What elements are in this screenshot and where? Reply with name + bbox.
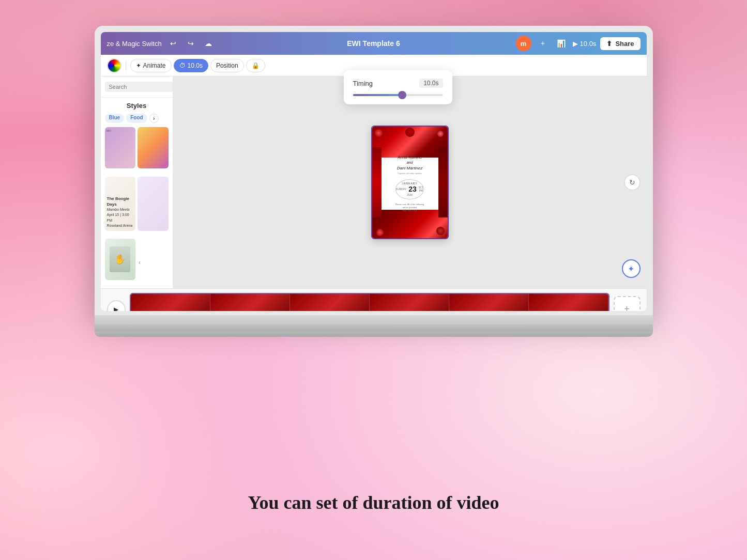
laptop-container: ze & Magic Switch ↩ ↪ ☁ EWI Template 6 m… (95, 26, 653, 337)
card-roses-right (438, 147, 448, 217)
timeline: ▶ 10.0s + (101, 288, 647, 311)
sidebar-templates: ian The Boogie DaysMambo MeetsApril 15 |… (101, 125, 173, 288)
clock-icon: ⏱ (179, 62, 186, 69)
clip-thumbnails (131, 294, 608, 312)
rose-petal (375, 129, 383, 137)
timing-slider-fill (353, 94, 403, 96)
rose-petal (405, 128, 415, 137)
clip-thumb-5 (449, 294, 529, 312)
timeline-track: 10.0s (130, 293, 609, 312)
clip-thumb-6 (529, 294, 608, 312)
clip-thumb-4 (370, 294, 449, 312)
card-roses-bottom (372, 210, 448, 238)
canvas-area: Anna KatrinaandDani Martinez Together wi… (173, 76, 647, 288)
laptop-foot (95, 332, 653, 337)
laptop-screen: ze & Magic Switch ↩ ↪ ☁ EWI Template 6 m… (101, 32, 647, 311)
animate-button[interactable]: ✦ Animate (130, 59, 172, 72)
card-day-number: 23 (408, 185, 417, 193)
template-item[interactable] (138, 177, 169, 231)
template-hand-icon: ✋ (105, 239, 136, 280)
template-item[interactable]: ian (105, 127, 136, 168)
boogie-days-text: The Boogie DaysMambo MeetsApril 15 | 3:0… (107, 196, 134, 228)
redo-button[interactable]: ↪ (184, 36, 198, 51)
undo-button[interactable]: ↩ (166, 36, 180, 51)
user-avatar[interactable]: m (516, 36, 531, 51)
sidebar-search-input[interactable] (105, 82, 173, 92)
rose-petal (436, 227, 445, 235)
laptop-base (95, 315, 653, 324)
timing-text: Timing (353, 80, 373, 87)
card-day-row: SUNDAY 23 5CT PM (396, 185, 423, 193)
timing-button[interactable]: ⏱ 10.0s (174, 59, 208, 72)
template-item[interactable] (138, 127, 169, 168)
project-title: EWI Template 6 (347, 39, 400, 48)
template-item[interactable]: ✋ (105, 239, 136, 280)
sidebar: ⚙ Styles Blue Food › ian (101, 76, 173, 288)
top-bar-center: EWI Template 6 (286, 39, 461, 48)
sidebar-collapse-arrow[interactable]: ‹ (138, 239, 142, 286)
timing-popup: Timing 10.0s (344, 70, 452, 104)
add-clip-button[interactable]: + (614, 296, 641, 312)
toolbar-separator (126, 60, 126, 71)
card-date-circle: JANUARY SUNDAY 23 5CT PM 2026 (395, 179, 424, 199)
play-icon: ▶ (573, 40, 578, 48)
animate-icon: ✦ (136, 62, 141, 69)
card-sunday: SUNDAY (396, 188, 406, 191)
main-content: ⚙ Styles Blue Food › ian (101, 76, 647, 288)
card-tagline: Together with their families (398, 172, 422, 175)
top-bar: ze & Magic Switch ↩ ↪ ☁ EWI Template 6 m… (101, 32, 647, 55)
position-button[interactable]: Position (210, 59, 244, 72)
top-bar-right: m ＋ 📊 ▶ 10.0s ⬆ Share (465, 36, 641, 51)
top-bar-left: ze & Magic Switch ↩ ↪ ☁ (107, 36, 282, 51)
rose-petal (437, 131, 444, 137)
color-picker[interactable] (107, 58, 121, 73)
card-year: 2026 (407, 193, 413, 196)
top-bar-icons: ↩ ↪ ☁ (166, 36, 216, 51)
refresh-button[interactable]: ↻ (624, 174, 641, 191)
card-bride-name: Anna KatrinaandDani Martinez (397, 155, 422, 171)
template-item[interactable]: The Boogie DaysMambo MeetsApril 15 | 3:0… (105, 177, 136, 231)
sidebar-title: Styles (101, 98, 173, 112)
play-time-button[interactable]: ▶ 10.0s (573, 40, 597, 48)
card-time-label: 5CT PM (419, 186, 423, 192)
laptop-bezel: ze & Magic Switch ↩ ↪ ☁ EWI Template 6 m… (95, 26, 653, 315)
template-label: ian (105, 127, 136, 134)
sidebar-tag-blue[interactable]: Blue (105, 114, 125, 123)
sparkle-icon: ✦ (628, 264, 634, 274)
cloud-button[interactable]: ☁ (201, 36, 216, 51)
rose-petal (376, 229, 384, 236)
card-roses-top (372, 127, 448, 158)
analytics-button[interactable]: 📊 (554, 36, 569, 51)
timing-value: 10.0s (419, 79, 443, 88)
timing-slider-thumb[interactable] (398, 91, 406, 99)
lock-button[interactable]: 🔒 (246, 59, 265, 72)
timing-slider[interactable] (353, 94, 443, 96)
add-button[interactable]: ＋ (536, 36, 550, 51)
timing-label-row: Timing 10.0s (353, 79, 443, 88)
sidebar-search-row: ⚙ (101, 76, 173, 98)
caption-text: You can set of duration of video (248, 492, 499, 514)
share-icon: ⬆ (606, 40, 612, 48)
app-title: ze & Magic Switch (107, 40, 162, 48)
timeline-clip[interactable]: 10.0s (130, 293, 609, 312)
timeline-play-button[interactable]: ▶ (107, 300, 126, 312)
clip-thumb-1 (131, 294, 210, 312)
card-details: Please note: All of the followingwill be… (395, 203, 424, 212)
card-content: Anna KatrinaandDani Martinez Together wi… (380, 155, 439, 212)
magic-button[interactable]: ✦ (622, 259, 641, 278)
share-button[interactable]: ⬆ Share (600, 37, 640, 50)
clip-thumb-3 (290, 294, 370, 312)
sidebar-tags: Blue Food › (101, 112, 173, 125)
time-label: 10.0s (580, 40, 597, 48)
laptop-stand (95, 324, 653, 332)
lock-icon: 🔒 (252, 62, 260, 69)
sidebar-tag-more[interactable]: › (149, 114, 159, 123)
clip-thumb-2 (210, 294, 290, 312)
wedding-card[interactable]: Anna KatrinaandDani Martinez Together wi… (371, 126, 449, 239)
sidebar-tag-food[interactable]: Food (126, 114, 147, 123)
